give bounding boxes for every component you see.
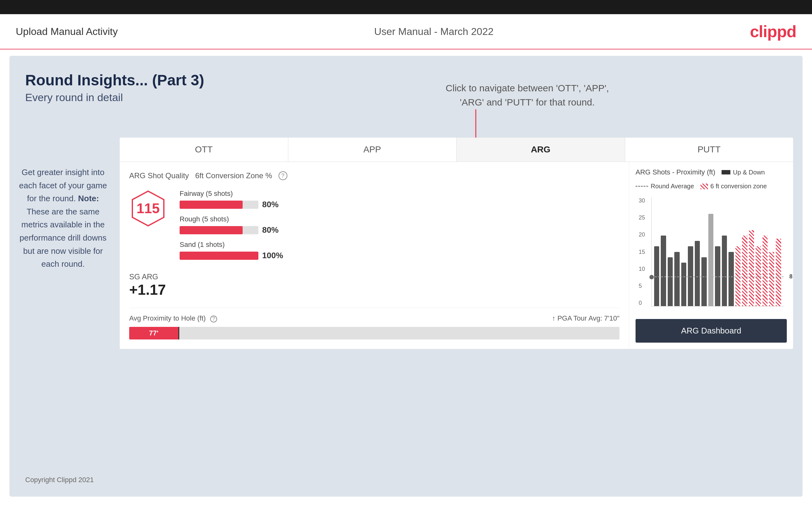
proximity-bar-track: 77' <box>129 327 619 339</box>
chart-bar-hatched <box>749 230 754 306</box>
shot-row-sand: Sand (1 shots) 100% <box>180 240 619 261</box>
chart-bar <box>681 263 686 306</box>
legend-round-avg: Round Average <box>636 183 694 190</box>
y-label-20: 20 <box>639 231 650 238</box>
hex-number: 115 <box>137 201 159 216</box>
shot-label-fairway: Fairway (5 shots) <box>180 189 619 198</box>
sg-label: SG ARG <box>129 272 619 281</box>
shot-label-sand: Sand (1 shots) <box>180 240 619 249</box>
nav-hint: Click to navigate between 'OTT', 'APP', … <box>446 81 609 109</box>
bar-container-rough: 80% <box>180 225 619 235</box>
pga-avg: ↑ PGA Tour Avg: 7'10" <box>552 314 619 323</box>
chart-bar-hatched <box>763 235 768 306</box>
sg-value: +1.17 <box>129 281 619 298</box>
y-label-15: 15 <box>639 249 650 256</box>
y-label-10: 10 <box>639 266 650 272</box>
help-icon[interactable]: ? <box>278 171 287 180</box>
legend-up-down: Up & Down <box>721 169 765 176</box>
copyright: Copyright Clippd 2021 <box>25 476 94 484</box>
header-subtitle: User Manual - March 2022 <box>374 26 494 38</box>
bar-track-sand <box>180 251 258 260</box>
chart-bar <box>668 257 673 306</box>
bar-pct-sand: 100% <box>262 251 283 261</box>
chart-bar <box>661 235 666 306</box>
left-panel: ARG Shot Quality 6ft Conversion Zone % ?… <box>120 162 629 349</box>
bar-track-fairway <box>180 201 258 209</box>
top-bar <box>0 0 812 14</box>
bar-track-rough <box>180 226 258 234</box>
shot-row-rough: Rough (5 shots) 80% <box>180 215 619 235</box>
card-body: ARG Shot Quality 6ft Conversion Zone % ?… <box>120 162 793 349</box>
tab-arg[interactable]: ARG <box>457 137 625 162</box>
chart-bar <box>695 241 700 306</box>
note-bold: Note: <box>78 194 99 203</box>
proximity-label: Avg Proximity to Hole (ft) ? <box>129 314 217 323</box>
y-label-25: 25 <box>639 215 650 221</box>
sg-section: SG ARG +1.17 <box>129 272 619 298</box>
y-label-30: 30 <box>639 198 650 204</box>
section-title: Round Insights... (Part 3) <box>25 71 787 89</box>
section-subtitle: Every round in detail <box>25 91 787 104</box>
legend-solid-icon <box>721 170 730 174</box>
main-card: OTT APP ARG PUTT ARG Shot Quality 6ft Co… <box>120 137 793 349</box>
chart-bar <box>722 235 727 306</box>
proximity-cursor <box>179 327 179 339</box>
proximity-help-icon[interactable]: ? <box>210 316 217 323</box>
chart-bar-hatched <box>742 235 747 306</box>
bar-pct-fairway: 80% <box>262 200 278 210</box>
chart-container: 0 5 10 15 20 25 30 8 <box>639 194 783 316</box>
header: Upload Manual Activity User Manual - Mar… <box>0 14 812 49</box>
chart-bar <box>674 252 679 306</box>
y-axis: 0 5 10 15 20 25 30 <box>639 198 650 306</box>
chart-bar <box>728 252 733 306</box>
chart-bar-hatched <box>776 239 781 306</box>
bar-pct-rough: 80% <box>262 225 278 235</box>
chart-title: ARG Shots - Proximity (ft) <box>636 168 715 176</box>
tab-ott[interactable]: OTT <box>120 137 288 162</box>
left-description: Get greater insight into each facet of y… <box>19 166 107 271</box>
bar-fill-rough <box>180 226 243 234</box>
logo: clippd <box>750 22 796 41</box>
conversion-zone-label: 6ft Conversion Zone % <box>195 171 272 180</box>
bars-container <box>652 198 783 306</box>
shot-row-fairway: Fairway (5 shots) 80% <box>180 189 619 210</box>
right-panel: ARG Shots - Proximity (ft) Up & Down Rou… <box>629 162 793 349</box>
footer: Copyright Clippd 2021 <box>25 476 94 484</box>
shot-quality: Fairway (5 shots) 80% Rough (5 shots) <box>180 189 619 266</box>
proximity-bar-fill: 77' <box>129 327 179 339</box>
chart-bar <box>701 257 706 306</box>
legend-dashed-icon <box>636 186 648 187</box>
page-title: Upload Manual Activity <box>16 26 118 38</box>
chart-area: 8 <box>651 198 783 306</box>
legend-6ft: 6 ft conversion zone <box>701 183 767 190</box>
proximity-header: Avg Proximity to Hole (ft) ? ↑ PGA Tour … <box>129 314 619 323</box>
panel-header: ARG Shot Quality 6ft Conversion Zone % ? <box>129 171 619 180</box>
right-header: ARG Shots - Proximity (ft) Up & Down Rou… <box>636 168 787 190</box>
arg-dashboard-button[interactable]: ARG Dashboard <box>636 319 787 343</box>
chart-bar-tall <box>708 214 713 306</box>
legend-hatched-icon <box>701 184 708 189</box>
bar-container-sand: 100% <box>180 251 619 261</box>
tab-putt[interactable]: PUTT <box>625 137 794 162</box>
shot-quality-label: ARG Shot Quality <box>129 171 189 180</box>
tab-app[interactable]: APP <box>288 137 457 162</box>
bar-container-fairway: 80% <box>180 200 619 210</box>
tabs-container: OTT APP ARG PUTT <box>120 137 793 162</box>
ref-line: 8 <box>652 277 783 277</box>
proximity-section: Avg Proximity to Hole (ft) ? ↑ PGA Tour … <box>129 308 619 339</box>
main-content: Round Insights... (Part 3) Every round i… <box>9 56 803 497</box>
shot-label-rough: Rough (5 shots) <box>180 215 619 223</box>
hex-container: 115 Fairway (5 shots) 80% <box>129 189 619 266</box>
ref-value: 8 <box>789 273 793 280</box>
ref-dot <box>649 275 654 279</box>
chart-bar-hatched <box>769 252 774 306</box>
bar-fill-sand <box>180 251 258 260</box>
y-label-0: 0 <box>639 300 650 306</box>
left-desc-text: Get greater insight into each facet of y… <box>19 168 107 269</box>
hexagon-badge: 115 <box>129 189 167 227</box>
y-label-5: 5 <box>639 283 650 289</box>
bar-fill-fairway <box>180 201 243 209</box>
